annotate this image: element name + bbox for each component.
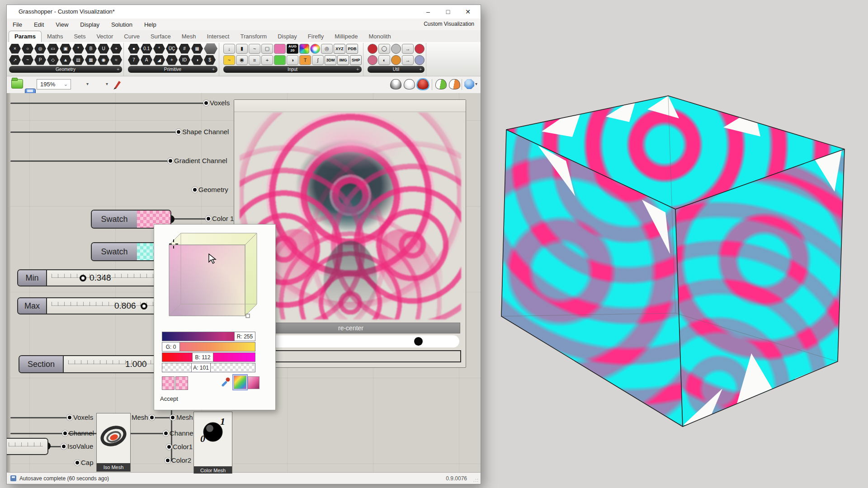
letter-a-icon[interactable]: A xyxy=(141,55,152,65)
gradient-orange-icon[interactable]: T xyxy=(299,55,311,65)
clock-icon[interactable]: ◑ xyxy=(191,55,203,65)
text-uc-icon[interactable]: ÜÇ xyxy=(166,44,178,54)
pink-panel-icon[interactable] xyxy=(274,44,286,54)
tab-sets[interactable]: Sets xyxy=(68,31,91,42)
close-button[interactable]: ✕ xyxy=(458,5,478,19)
plane-icon[interactable]: ▭ xyxy=(47,44,59,54)
tab-mesh[interactable]: Mesh xyxy=(176,31,202,42)
canvas-display-caret-icon[interactable]: ▾ xyxy=(475,81,477,86)
graph-mapper-icon[interactable]: ~ xyxy=(249,44,260,54)
zoom-extents-caret-icon[interactable]: ▾ xyxy=(86,81,89,86)
big-hex-icon[interactable] xyxy=(204,43,217,54)
close-x-icon[interactable]: × xyxy=(9,44,21,54)
colormesh-port-channel[interactable] xyxy=(164,432,168,435)
tab-intersect[interactable]: Intersect xyxy=(202,31,235,42)
jump-arrow-icon[interactable]: → xyxy=(402,44,414,54)
port-voxels[interactable] xyxy=(204,101,208,105)
preview-caret-icon[interactable]: ▾ xyxy=(106,81,108,86)
tab-params[interactable]: Params xyxy=(9,31,42,42)
import-icon[interactable]: ↓ xyxy=(223,44,235,54)
pdb-icon[interactable]: PDB xyxy=(346,44,358,54)
tab-maths[interactable]: Maths xyxy=(42,31,68,42)
isomesh-port-channel[interactable] xyxy=(63,432,67,435)
tab-firefly[interactable]: Firefly xyxy=(302,31,329,42)
color-mesh-component[interactable]: 0 1 Color Mesh xyxy=(193,412,232,474)
gh-canvas[interactable]: Voxels Shape Channel Gradient Channel Ge… xyxy=(7,93,481,474)
cells-icon[interactable]: ▦ xyxy=(191,44,203,54)
preview-shaded-icon[interactable] xyxy=(417,79,429,89)
magnet-icon[interactable]: U xyxy=(98,44,109,54)
menu-display[interactable]: Display xyxy=(74,21,105,28)
zoom-level-select[interactable]: 195%⌄ xyxy=(37,79,71,89)
number-icon[interactable]: 0.1 xyxy=(141,44,152,54)
hash-grid-icon[interactable]: # xyxy=(179,44,190,54)
mesh-sphere-icon[interactable]: * xyxy=(72,44,84,54)
cone-icon[interactable]: ▲ xyxy=(60,55,71,65)
preview-selected-only-icon[interactable] xyxy=(435,79,447,89)
curve-icon[interactable]: ~ xyxy=(22,55,33,65)
tab-millipede[interactable]: Millipede xyxy=(329,31,363,42)
isomesh-port-cap[interactable] xyxy=(75,461,79,465)
target-icon[interactable]: ◎ xyxy=(321,44,333,54)
dot-icon[interactable]: ● xyxy=(128,44,140,54)
burst-icon[interactable]: * xyxy=(153,44,165,54)
cherries-icon[interactable] xyxy=(368,44,377,54)
plus-icon[interactable]: + xyxy=(166,55,178,65)
port-geometry[interactable] xyxy=(193,188,197,192)
port-gradient-channel[interactable] xyxy=(169,159,172,163)
isomesh-port-voxels[interactable] xyxy=(68,416,71,419)
jump-arrow-2-icon[interactable]: → xyxy=(402,55,414,65)
preview-wireframe-icon[interactable] xyxy=(404,79,415,89)
accept-button[interactable]: Accept xyxy=(160,395,178,402)
iso-mesh-component[interactable]: Iso Mesh xyxy=(96,413,131,472)
panel-icon[interactable]: ▢ xyxy=(261,44,273,54)
tab-display[interactable]: Display xyxy=(272,31,302,42)
green-grid-icon[interactable] xyxy=(274,55,286,65)
grey-sphere-icon[interactable] xyxy=(391,44,401,54)
viz-slider-knob[interactable] xyxy=(414,337,423,346)
toolbar-group-label-input[interactable]: Input+ xyxy=(223,66,362,73)
port-shape-channel[interactable] xyxy=(177,130,180,134)
sheet-icon[interactable]: ▤ xyxy=(72,55,84,65)
gamut-icon[interactable] xyxy=(299,44,309,54)
knob-icon[interactable]: ◉ xyxy=(236,55,248,65)
color-wheel-icon[interactable] xyxy=(310,44,320,54)
menu-solution[interactable]: Solution xyxy=(105,21,138,28)
tab-transform[interactable]: Transform xyxy=(235,31,272,42)
pink-cube-mode-icon[interactable] xyxy=(248,376,259,389)
img-icon[interactable]: IMG xyxy=(337,55,349,65)
open-file-icon[interactable] xyxy=(11,79,23,89)
blue-slider[interactable]: B: 112 xyxy=(162,352,255,362)
toolbar-group-label-geometry[interactable]: Geometry+ xyxy=(9,66,122,73)
toolbar-group-label-util[interactable]: Util+ xyxy=(368,66,425,73)
tab-curve[interactable]: Curve xyxy=(118,31,145,42)
new-color-swatch[interactable] xyxy=(175,376,188,390)
wave-icon[interactable]: ≈ xyxy=(110,55,122,65)
resize-grip-icon[interactable]: .:: xyxy=(473,477,479,483)
colormesh-port-color1[interactable] xyxy=(167,445,171,449)
dots-ball-icon[interactable] xyxy=(368,55,377,65)
port-color1[interactable] xyxy=(207,217,210,221)
circle-icon[interactable]: ○ xyxy=(22,44,33,54)
menu-file[interactable]: File xyxy=(7,21,28,28)
vector-icon[interactable]: ↗ xyxy=(9,55,21,65)
menu-edit[interactable]: Edit xyxy=(28,21,50,28)
title-bar[interactable]: Grasshopper - Custom Visualization* – □ … xyxy=(7,5,481,19)
preview-overlay-icon[interactable] xyxy=(449,79,460,89)
max-slider-knob[interactable] xyxy=(141,303,147,310)
id-tag-icon[interactable]: ID xyxy=(179,55,190,65)
menu-custom-visualization[interactable]: Custom Visualization xyxy=(424,21,474,27)
clock-input-icon[interactable]: ◑ xyxy=(287,55,298,65)
value-curve-icon[interactable]: ∫ xyxy=(312,55,324,65)
preview-off-icon[interactable] xyxy=(390,79,401,89)
color-cube[interactable] xyxy=(154,225,274,328)
calendar-aug-20-icon[interactable]: AUG 20 xyxy=(287,44,298,54)
tab-surface[interactable]: Surface xyxy=(145,31,176,42)
old-color-swatch[interactable] xyxy=(162,376,175,390)
colormesh-port-color2[interactable] xyxy=(166,459,170,462)
menu-view[interactable]: View xyxy=(50,21,74,28)
isovalue-slider-fragment[interactable] xyxy=(7,438,48,455)
min-slider-knob[interactable] xyxy=(80,275,86,282)
colormesh-port-mesh[interactable] xyxy=(171,416,175,419)
orange-ball-icon[interactable] xyxy=(391,55,401,65)
